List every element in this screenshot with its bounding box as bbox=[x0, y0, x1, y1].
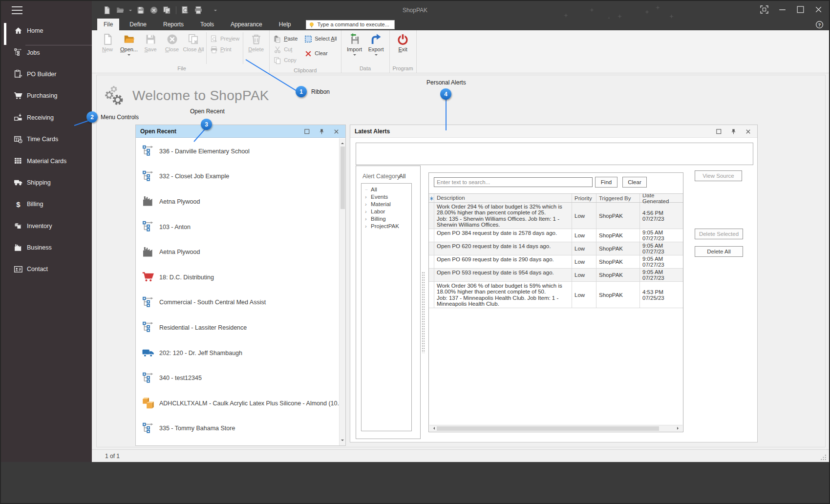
chevron-right-icon[interactable] bbox=[365, 202, 369, 207]
open-folder-icon[interactable] bbox=[116, 6, 125, 15]
delete-all-button[interactable]: Delete All bbox=[695, 246, 743, 257]
sidebar-item-inventory[interactable]: Inventory bbox=[1, 215, 92, 237]
alert-row[interactable]: Open PO 593 request by date is 954 days … bbox=[429, 269, 683, 282]
sidebar-item-receiving[interactable]: Receiving bbox=[1, 107, 92, 128]
alert-category-labor[interactable]: Labor bbox=[362, 208, 411, 215]
close-panel-icon[interactable] bbox=[333, 128, 340, 134]
alert-row[interactable]: Work Order 306 % of labor budget is 59% … bbox=[429, 282, 683, 308]
vertical-scrollbar[interactable] bbox=[339, 138, 345, 445]
alert-category-billing[interactable]: Billing bbox=[362, 215, 411, 222]
close-window-button[interactable] bbox=[814, 5, 823, 14]
recent-item[interactable]: 336 - Danville Elementary School bbox=[136, 139, 339, 164]
delete-button[interactable]: Delete bbox=[245, 31, 267, 65]
close-panel-icon[interactable] bbox=[745, 128, 751, 134]
maximize-panel-icon[interactable] bbox=[716, 128, 722, 134]
latest-alerts-header[interactable]: Latest Alerts bbox=[350, 125, 757, 138]
tab-appearance[interactable]: Appearance bbox=[224, 19, 269, 30]
sidebar-item-business[interactable]: Business bbox=[1, 237, 92, 258]
clear-button[interactable]: Clear bbox=[303, 49, 338, 58]
tab-help[interactable]: Help bbox=[273, 19, 298, 30]
preview-icon[interactable] bbox=[181, 6, 190, 15]
open-button[interactable]: Open... bbox=[118, 31, 140, 65]
open-recent-header[interactable]: Open Recent bbox=[136, 125, 345, 138]
alert-category-projectpak[interactable]: ProjectPAK bbox=[362, 222, 411, 230]
tab-tools[interactable]: Tools bbox=[194, 19, 220, 30]
alert-category-material[interactable]: Material bbox=[362, 200, 411, 208]
sidebar-item-billing[interactable]: $ Billing bbox=[1, 193, 92, 215]
menu-icon[interactable] bbox=[12, 6, 22, 14]
tab-file[interactable]: File bbox=[97, 19, 119, 30]
tab-define[interactable]: Define bbox=[123, 19, 153, 30]
alert-row[interactable]: Open PO 620 request by date is 14 days a… bbox=[429, 242, 683, 255]
print-icon[interactable] bbox=[194, 6, 203, 15]
close-button[interactable]: Close bbox=[161, 31, 183, 65]
open-dropdown-icon[interactable] bbox=[129, 10, 132, 13]
close-icon[interactable] bbox=[149, 6, 158, 15]
export-button[interactable]: Export bbox=[365, 31, 387, 65]
find-button[interactable]: Find bbox=[595, 177, 617, 188]
view-source-button[interactable]: View Source bbox=[695, 170, 742, 181]
preview-button[interactable]: Preview bbox=[209, 35, 241, 43]
search-input[interactable] bbox=[434, 177, 593, 187]
recent-item[interactable]: 103 - Anton bbox=[136, 214, 339, 240]
sidebar-item-shipping[interactable]: Shipping bbox=[1, 172, 92, 193]
exit-button[interactable]: Exit bbox=[392, 31, 414, 65]
maximize-panel-icon[interactable] bbox=[304, 128, 310, 134]
sidebar-item-purchasing[interactable]: Purchasing bbox=[1, 85, 92, 106]
save-button[interactable]: Save bbox=[140, 31, 161, 65]
recent-item[interactable]: Aetna Plywood bbox=[136, 189, 339, 214]
minimize-button[interactable] bbox=[778, 5, 787, 14]
alert-row[interactable]: Work Order 294 % of labor budget is 32% … bbox=[429, 203, 683, 229]
resize-grip-icon[interactable] bbox=[820, 454, 827, 460]
scrollbar-thumb[interactable] bbox=[341, 147, 345, 209]
new-button[interactable]: New bbox=[97, 31, 118, 65]
command-input[interactable] bbox=[317, 21, 392, 27]
scroll-right-icon[interactable] bbox=[677, 427, 680, 430]
paste-button[interactable]: Paste bbox=[272, 35, 299, 43]
splitter-handle[interactable] bbox=[422, 272, 425, 353]
recent-item[interactable]: Aetna Plywood bbox=[136, 239, 339, 265]
scrollbar-thumb[interactable] bbox=[437, 426, 659, 431]
command-search-box[interactable] bbox=[306, 20, 395, 29]
sidebar-item-home[interactable]: Home bbox=[1, 20, 92, 42]
maximize-button[interactable] bbox=[796, 5, 805, 14]
copy-button[interactable]: Copy bbox=[272, 56, 299, 65]
new-document-icon[interactable] bbox=[103, 6, 111, 15]
save-icon[interactable] bbox=[136, 6, 145, 15]
scroll-down-icon[interactable] bbox=[341, 440, 344, 442]
recent-item[interactable]: 340 - test12345 bbox=[136, 365, 339, 391]
help-button[interactable]: ? bbox=[815, 21, 824, 29]
sidebar-item-po-builder[interactable]: PO Builder bbox=[1, 63, 92, 85]
recent-item[interactable]: ADHCLKLTXALM - Caulk Acrylic Latex Plus … bbox=[136, 391, 339, 416]
sidebar-item-material-cards[interactable]: Material Cards bbox=[1, 150, 92, 171]
toolbar-options-dropdown-icon[interactable] bbox=[214, 10, 217, 13]
sidebar-item-time-cards[interactable]: Time Cards bbox=[1, 128, 92, 150]
column-header-description[interactable]: Description bbox=[434, 194, 572, 202]
pin-icon[interactable] bbox=[730, 128, 737, 134]
clear-search-button[interactable]: Clear bbox=[622, 177, 647, 188]
chevron-right-icon[interactable] bbox=[365, 216, 369, 221]
tab-reports[interactable]: Reports bbox=[157, 19, 190, 30]
sidebar-item-contact[interactable]: Contact bbox=[1, 258, 92, 280]
alert-row[interactable]: Open PO 384 request by date is 2578 days… bbox=[429, 229, 683, 242]
chevron-right-icon[interactable] bbox=[365, 187, 369, 192]
recent-item[interactable]: 335 - Tommy Bahama Store bbox=[136, 416, 339, 441]
recent-item[interactable]: Residential - Lassiter Residence bbox=[136, 315, 339, 340]
fit-screen-button[interactable] bbox=[760, 5, 769, 14]
alert-category-events[interactable]: Events bbox=[362, 193, 411, 200]
alert-category-all[interactable]: All bbox=[362, 186, 411, 193]
scroll-left-icon[interactable] bbox=[432, 427, 435, 430]
delete-selected-button[interactable]: Delete Selected bbox=[695, 229, 743, 239]
recent-item[interactable]: 332 - Closet Job Example bbox=[136, 164, 339, 189]
close-all-icon[interactable] bbox=[163, 6, 171, 15]
import-button[interactable]: Import bbox=[344, 31, 365, 65]
recent-item[interactable]: 202: 120 - Dr. Jeff Shambaugh bbox=[136, 340, 339, 366]
pin-icon[interactable] bbox=[319, 128, 325, 134]
horizontal-scrollbar[interactable] bbox=[429, 425, 682, 431]
titlebar[interactable]: ShopPAK bbox=[1, 1, 829, 19]
recent-item[interactable]: 18: D.C. Distributing bbox=[136, 265, 339, 290]
chevron-right-icon[interactable] bbox=[365, 224, 369, 229]
scroll-up-icon[interactable] bbox=[341, 141, 344, 144]
column-header-date-generated[interactable]: Date Generated bbox=[640, 194, 683, 202]
select-all-button[interactable]: Select All bbox=[303, 35, 338, 43]
